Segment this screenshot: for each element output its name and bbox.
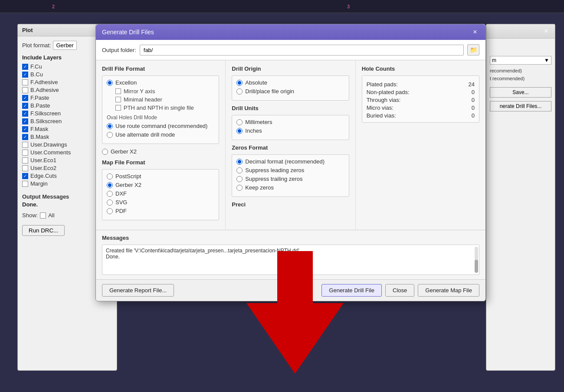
excellon-label: Excellon (115, 79, 137, 86)
pth-npth-checkbox[interactable] (115, 105, 121, 111)
hole-counts-title: Hole Counts (362, 65, 479, 72)
show-label: Show: (22, 212, 38, 219)
drill-format-title: Drill File Format (102, 65, 219, 72)
drill-place-option[interactable]: Drill/place file origin (236, 88, 344, 95)
right-close-button[interactable]: × (542, 27, 551, 36)
gerber-x2-map-radio[interactable] (107, 182, 113, 188)
plated-pads-label: Plated pads: (367, 81, 464, 88)
layer-checkbox-bmask[interactable]: ✓ (22, 134, 28, 140)
layer-label-fsilkscreen: F.Silkscreen (30, 110, 61, 117)
dialog-title: Generate Drill Files (102, 29, 154, 36)
millimeters-option[interactable]: Millimeters (236, 119, 344, 125)
use-route-label: Use route command (recommended) (115, 123, 207, 129)
generate-report-button[interactable]: Generate Report File... (102, 284, 174, 297)
svg-option[interactable]: SVG (107, 199, 214, 206)
suppress-leading-radio[interactable] (236, 167, 243, 173)
layer-label-usercomments: User.Comments (30, 149, 71, 156)
drill-origin-box: Absolute Drill/place file origin (232, 75, 349, 101)
layer-checkbox-fpaste[interactable]: ✓ (22, 95, 28, 101)
dxf-radio[interactable] (107, 191, 113, 197)
layer-label-bsilkscreen: B.Silkscreen (30, 118, 62, 124)
drill-place-label: Drill/place file origin (245, 88, 294, 95)
drill-format-box: Excellon Mirror Y axis Minimal header PT… (102, 75, 219, 144)
ruler-top: 2 3 (0, 0, 564, 13)
gerber-x2-drill-option[interactable]: Gerber X2 (102, 148, 219, 155)
excellon-option[interactable]: Excellon (107, 79, 214, 86)
right-dropdown[interactable]: m ▼ (490, 56, 551, 65)
plot-format-value: Gerber (53, 41, 76, 50)
main-dialog: Generate Drill Files × Output folder: 📁 … (95, 24, 486, 301)
right-dropdown-value: m (492, 57, 496, 63)
layer-checkbox-usereco1[interactable] (22, 157, 28, 163)
suppress-leading-option[interactable]: Suppress leading zeros (236, 167, 344, 173)
layer-checkbox-bpaste[interactable]: ✓ (22, 103, 28, 109)
gerber-x2-drill-radio[interactable] (102, 149, 108, 155)
suppress-leading-label: Suppress leading zeros (245, 167, 304, 173)
decimal-format-option[interactable]: Decimal format (recommended) (236, 158, 344, 165)
excellon-radio[interactable] (107, 80, 113, 86)
scrollbar[interactable] (475, 247, 478, 273)
use-route-option[interactable]: Use route command (recommended) (107, 123, 214, 129)
pdf-radio[interactable] (107, 208, 113, 214)
layer-checkbox-edgecuts[interactable]: ✓ (22, 173, 28, 179)
gerber-x2-map-option[interactable]: Gerber X2 (107, 182, 214, 188)
close-button[interactable]: Close (385, 284, 414, 297)
minimal-header-checkbox[interactable] (115, 97, 121, 102)
pdf-option[interactable]: PDF (107, 208, 214, 214)
keep-zeros-label: Keep zeros (245, 184, 274, 191)
suppress-trailing-radio[interactable] (236, 176, 243, 182)
keep-zeros-option[interactable]: Keep zeros (236, 184, 344, 191)
plated-pads-value: 24 (469, 81, 475, 88)
suppress-trailing-option[interactable]: Suppress trailing zeros (236, 176, 344, 182)
layer-checkbox-margin[interactable] (22, 181, 28, 187)
minimal-header-option[interactable]: Minimal header (115, 96, 214, 103)
svg-radio[interactable] (107, 199, 113, 206)
layer-checkbox-fcu[interactable]: ✓ (22, 64, 28, 70)
svg-label: SVG (115, 199, 127, 206)
output-folder-input[interactable] (140, 45, 464, 56)
zeros-format-title: Zeros Format (232, 144, 349, 151)
layer-checkbox-badhesive[interactable] (22, 87, 28, 93)
layer-checkbox-userdrawings[interactable] (22, 142, 28, 148)
dialog-close-button[interactable]: × (471, 28, 479, 36)
inches-radio[interactable] (236, 128, 243, 134)
use-alternate-radio[interactable] (107, 132, 113, 138)
mirror-y-checkbox[interactable] (115, 88, 121, 94)
dxf-option[interactable]: DXF (107, 190, 214, 197)
millimeters-radio[interactable] (236, 119, 243, 125)
mirror-y-option[interactable]: Mirror Y axis (115, 88, 214, 95)
drill-place-radio[interactable] (236, 88, 243, 95)
keep-zeros-radio[interactable] (236, 185, 243, 191)
ruler-num-2: 2 (52, 4, 55, 9)
absolute-option[interactable]: Absolute (236, 79, 344, 86)
generate-drill-files-button[interactable]: nerate Drill Files... (490, 101, 551, 111)
layer-checkbox-usercomments[interactable] (22, 150, 28, 156)
postscript-option[interactable]: PostScript (107, 173, 214, 180)
layer-checkbox-fsilkscreen[interactable]: ✓ (22, 111, 28, 117)
use-alternate-option[interactable]: Use alternate drill mode (107, 131, 214, 138)
layer-label-bcu: B.Cu (30, 71, 43, 78)
generate-map-button[interactable]: Generate Map File (418, 284, 479, 297)
run-drc-button[interactable]: Run DRC... (22, 225, 65, 236)
save-button[interactable]: Save... (490, 87, 551, 98)
postscript-radio[interactable] (107, 173, 113, 180)
suppress-trailing-label: Suppress trailing zeros (245, 176, 302, 182)
ruler-num-3: 3 (347, 4, 350, 9)
layer-checkbox-fadhesive[interactable] (22, 79, 28, 85)
dialog-buttons: Generate Report File... Generate Drill F… (96, 279, 485, 301)
generate-drill-button[interactable]: Generate Drill File (321, 284, 382, 297)
layer-checkbox-fmask[interactable]: ✓ (22, 126, 28, 132)
absolute-radio[interactable] (236, 80, 243, 86)
show-all-checkbox[interactable] (40, 212, 46, 219)
decimal-format-radio[interactable] (236, 159, 243, 165)
messages-box: Created file 'V:\Content\kicad\tarjeta\t… (102, 245, 479, 275)
folder-browse-button[interactable]: 📁 (467, 44, 479, 56)
layer-checkbox-bcu[interactable]: ✓ (22, 72, 28, 78)
layer-checkbox-usereco2[interactable] (22, 165, 28, 171)
use-route-radio[interactable] (107, 123, 113, 129)
layer-label-badhesive: B.Adhesive (30, 87, 59, 93)
pth-npth-option[interactable]: PTH and NPTH in single file (115, 105, 214, 111)
layer-checkbox-bsilkscreen[interactable]: ✓ (22, 118, 28, 124)
inches-option[interactable]: Inches (236, 127, 344, 134)
layer-label-usereco2: User.Eco2 (30, 165, 56, 171)
